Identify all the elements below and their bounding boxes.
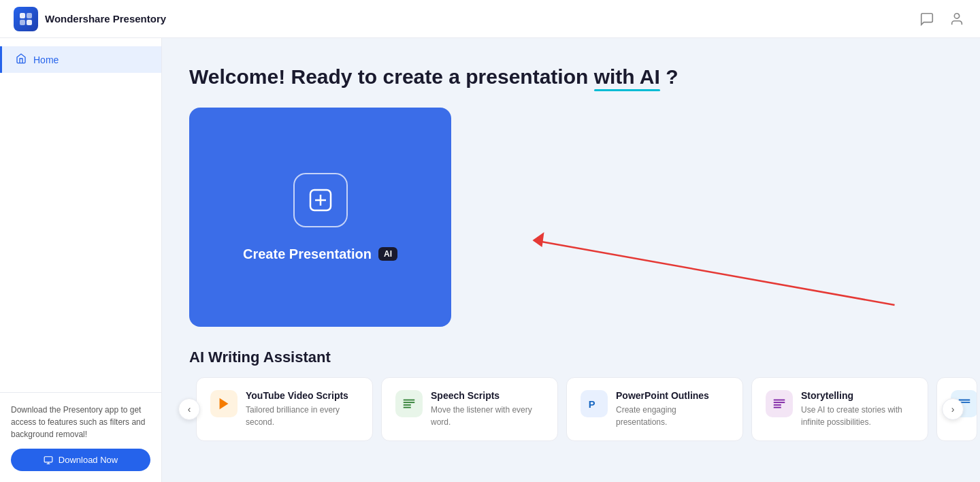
sidebar: Home Download the Presentory app to get … [0,38,162,482]
youtube-card-text: YouTube Video Scripts Tailored brillianc… [246,390,359,428]
svg-line-11 [534,240,895,305]
topbar-left: Wondershare Presentory [14,7,166,31]
powerpoint-icon: P [581,390,608,417]
download-now-button[interactable]: Download Now [11,449,150,471]
arrow-container [462,108,953,327]
svg-marker-13 [220,398,229,410]
home-icon [16,53,27,66]
powerpoint-card-text: PowerPoint Outlines Create engaging pres… [616,390,729,428]
svg-rect-0 [20,13,25,18]
ai-underline: with AI [594,65,660,89]
chevron-right-icon: › [951,404,955,415]
speech-icon [395,390,423,417]
writing-card-powerpoint[interactable]: P PowerPoint Outlines Create engaging pr… [566,377,743,441]
sidebar-item-home[interactable]: Home [0,46,161,73]
svg-rect-3 [27,20,32,25]
carousel-prev-button[interactable]: ‹ [178,398,200,420]
writing-cards: YouTube Video Scripts Tailored brillianc… [196,377,946,441]
app-name: Wondershare Presentory [45,13,166,25]
svg-rect-5 [44,456,52,462]
ai-writing-section: AI Writing Assistant ‹ YouTube [189,349,953,441]
create-presentation-text: Create Presentation [243,246,372,262]
svg-text:P: P [589,399,595,410]
sidebar-nav: Home [0,38,161,392]
speech-card-desc: Move the listener with every word. [431,404,544,428]
svg-rect-1 [27,13,32,18]
cards-row: Create Presentation AI [189,108,953,327]
app-logo [14,7,38,31]
download-btn-label: Download Now [59,455,118,465]
create-presentation-icon [293,173,348,227]
youtube-card-title: YouTube Video Scripts [246,390,359,401]
youtube-card-desc: Tailored brilliance in every second. [246,404,359,428]
section-title: AI Writing Assistant [189,349,953,366]
content-area: Welcome! Ready to create a presentation … [162,38,980,482]
main-layout: Home Download the Presentory app to get … [0,38,980,482]
svg-marker-12 [533,232,544,247]
writing-card-youtube[interactable]: YouTube Video Scripts Tailored brillianc… [196,377,373,441]
svg-point-4 [954,13,959,18]
user-icon[interactable] [947,10,966,29]
welcome-title: Welcome! Ready to create a presentation … [189,65,953,89]
writing-section-wrapper: ‹ YouTube Video Scripts Tailored brillia… [189,377,953,441]
speech-card-text: Speech Scripts Move the listener with ev… [431,390,544,428]
sidebar-bottom: Download the Presentory app to get acces… [0,392,161,482]
youtube-icon [210,390,238,417]
download-promo-text: Download the Presentory app to get acces… [11,404,150,440]
sidebar-item-home-label: Home [33,54,59,65]
storytelling-icon [766,390,793,417]
topbar: Wondershare Presentory [0,0,980,38]
storytelling-card-title: Storytelling [801,390,914,401]
speech-card-title: Speech Scripts [431,390,544,401]
create-card-label: Create Presentation AI [243,246,397,262]
storytelling-card-desc: Use AI to create stories with infinite p… [801,404,914,428]
writing-card-storytelling[interactable]: Storytelling Use AI to create stories wi… [751,377,928,441]
ai-badge: AI [378,247,397,261]
writing-card-speech[interactable]: Speech Scripts Move the listener with ev… [381,377,558,441]
carousel-next-button[interactable]: › [942,398,964,420]
create-presentation-card[interactable]: Create Presentation AI [189,108,451,327]
powerpoint-card-title: PowerPoint Outlines [616,390,729,401]
storytelling-card-text: Storytelling Use AI to create stories wi… [801,390,914,428]
topbar-right [917,10,966,29]
message-icon[interactable] [917,10,936,29]
powerpoint-card-desc: Create engaging presentations. [616,404,729,428]
chevron-left-icon: ‹ [188,404,191,415]
svg-rect-2 [20,20,25,25]
